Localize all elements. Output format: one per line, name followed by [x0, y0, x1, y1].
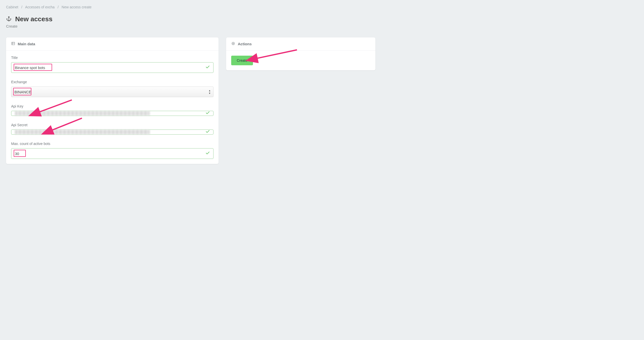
grid-icon [11, 41, 15, 46]
redacted-content [15, 111, 150, 116]
anchor-icon [6, 16, 12, 23]
annotation-arrow [251, 49, 302, 65]
breadcrumb-separator: / [58, 5, 59, 9]
exchange-select[interactable]: BINANCE [11, 87, 213, 97]
api-key-input[interactable] [11, 111, 213, 116]
api-key-label: Api Key [11, 104, 213, 108]
exchange-label: Exchange [11, 80, 213, 84]
api-secret-input[interactable] [11, 130, 213, 135]
svg-line-9 [255, 50, 297, 59]
max-bots-input[interactable] [11, 148, 213, 159]
main-data-card: Main data Title Exchange BINAN [6, 37, 219, 164]
svg-point-7 [232, 42, 235, 45]
api-secret-label: Api Secret [11, 123, 213, 127]
actions-card: Actions Create [226, 37, 375, 70]
page-title: New access [15, 15, 52, 23]
card-header-title: Main data [18, 42, 35, 46]
redacted-content [15, 130, 150, 134]
target-icon [231, 41, 235, 46]
title-input[interactable] [11, 62, 213, 73]
title-label: Title [11, 56, 213, 60]
breadcrumb: Cabinet / Accesses of excha / New access… [6, 5, 638, 9]
max-bots-label: Max. count of active bots [11, 142, 213, 146]
breadcrumb-item: New access create [62, 5, 92, 9]
breadcrumb-item[interactable]: Cabinet [6, 5, 18, 9]
svg-point-8 [233, 43, 234, 44]
card-header-title: Actions [238, 42, 252, 46]
breadcrumb-separator: / [21, 5, 22, 9]
page-subtitle: Create [6, 24, 638, 28]
create-button[interactable]: Create [231, 56, 253, 65]
svg-rect-2 [12, 42, 15, 45]
breadcrumb-item[interactable]: Accesses of excha [25, 5, 55, 9]
